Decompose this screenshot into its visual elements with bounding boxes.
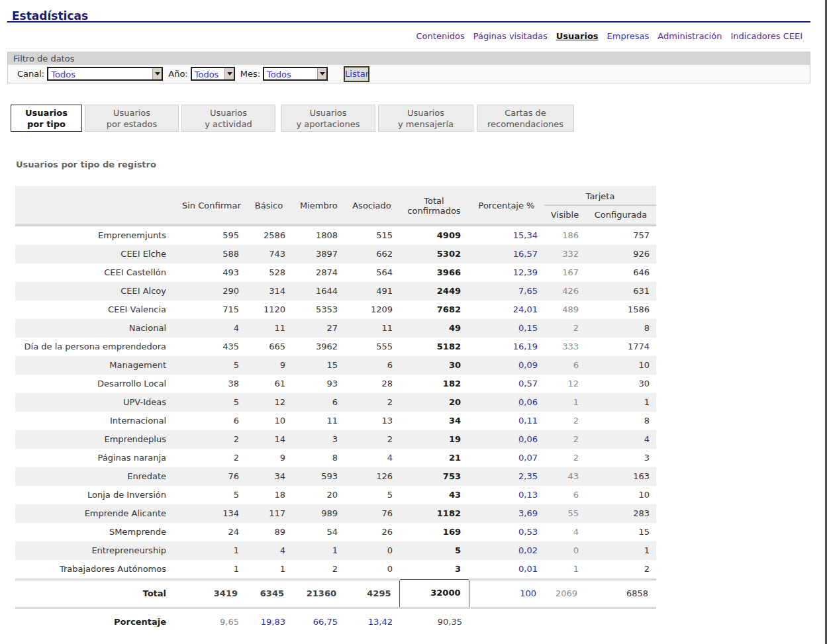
percent-cell	[469, 608, 544, 635]
tab-label-line: recomendaciones	[477, 118, 573, 130]
cell: 2	[544, 449, 585, 467]
cell: 2	[544, 430, 585, 449]
cell: 0,02	[469, 541, 544, 560]
cell: 7682	[399, 300, 469, 319]
col-header-5: Totalconfirmados	[399, 186, 469, 225]
tab-usuarios-y-aportaciones[interactable]: Usuariosy aportaciones	[281, 105, 375, 132]
cell: 5	[174, 486, 246, 504]
anio-select[interactable]: Todos	[191, 67, 235, 81]
tab-usuarios-y-mensajer-a[interactable]: Usuariosy mensajería	[378, 105, 473, 132]
row-label: Lonja de Inversión	[15, 486, 174, 504]
cell: 2	[344, 393, 399, 412]
nav-link-p-ginas-visitadas[interactable]: Páginas visitadas	[473, 31, 548, 41]
cell: 30	[399, 356, 469, 375]
cell: 15,34	[469, 225, 544, 245]
cell: 314	[246, 282, 292, 300]
col-header-tarjeta: Tarjeta	[544, 186, 656, 205]
cell: 743	[246, 245, 292, 263]
cell: 55	[544, 504, 585, 523]
table-row: Management59156300,09610	[15, 356, 656, 375]
cell: 12	[544, 375, 585, 393]
cell: 0	[544, 541, 585, 560]
cell: 0,13	[469, 486, 544, 504]
cell: 12	[246, 393, 292, 412]
cell: 34	[399, 412, 469, 430]
percent-cell	[585, 608, 656, 635]
table-row: Entrepreneurship141050,0201	[15, 541, 656, 560]
nav-link-indicadores-ceei[interactable]: Indicadores CEEI	[730, 31, 803, 41]
row-label: Entrepreneurship	[15, 541, 174, 560]
nav-link-contenidos[interactable]: Contenidos	[416, 31, 465, 41]
cell: 0,09	[469, 356, 544, 375]
cell: 126	[344, 467, 399, 486]
percent-cell: 13,42	[344, 608, 399, 635]
nav-link-usuarios[interactable]: Usuarios	[556, 31, 599, 41]
cell: 4	[246, 541, 292, 560]
page-title: Estadísticas	[7, 11, 810, 23]
cell: 89	[246, 523, 292, 541]
table-row: Enredate76345931267532,3543163	[15, 467, 656, 486]
section-title: Usuarios por tipo de registro	[16, 160, 810, 169]
cell: 2449	[399, 282, 469, 300]
cell: 435	[174, 338, 246, 356]
nav-link-administraci-n[interactable]: Administración	[657, 31, 722, 41]
cell: 2	[292, 560, 344, 580]
row-label: Desarrollo Local	[15, 375, 174, 393]
row-label: Páginas naranja	[15, 449, 174, 467]
tab-label-line: Usuarios	[11, 107, 81, 118]
table-row: CEEI Valencia715112053531209768224,01489…	[15, 300, 656, 319]
table-row: Lonja de Inversión518205430,13610	[15, 486, 656, 504]
cell: 489	[544, 300, 585, 319]
total-cell: 6345	[246, 579, 292, 608]
cell: 515	[344, 225, 399, 245]
percent-cell: 90,35	[399, 608, 469, 635]
canal-select-dropdown-icon[interactable]	[152, 68, 162, 79]
tab-cartas-de-recomendaciones[interactable]: Cartas derecomendaciones	[477, 105, 574, 132]
canal-select-value: Todos	[48, 68, 152, 79]
row-label: Día de la persona emprendedora	[15, 338, 174, 356]
row-label: UPV-Ideas	[15, 393, 174, 412]
cell: 19	[399, 430, 469, 449]
row-label: Trabajadores Autónomos	[15, 560, 174, 580]
table-row: Nacional4112711490,1528	[15, 319, 656, 338]
cell: 76	[344, 504, 399, 523]
canal-select[interactable]: Todos	[47, 67, 163, 81]
cell: 1	[174, 541, 246, 560]
cell: 2586	[246, 225, 292, 245]
cell: 14	[246, 430, 292, 449]
cell: 0,11	[469, 412, 544, 430]
cell: 283	[585, 504, 656, 523]
stats-table: Sin ConfirmarBásicoMiembroAsociadoTotalc…	[15, 186, 656, 635]
table-row: CEEI Alcoy290314164449124497,65426631	[15, 282, 656, 300]
tab-usuarios-por-estados[interactable]: Usuariospor estados	[85, 105, 179, 132]
tab-usuarios-y-actividad[interactable]: Usuariosy actividad	[181, 105, 275, 132]
listar-button[interactable]: Listar	[344, 66, 369, 82]
row-label: CEEI Elche	[15, 245, 174, 263]
cell: 163	[585, 467, 656, 486]
cell: 5302	[399, 245, 469, 263]
cell: 1	[246, 560, 292, 580]
percent-row: Porcentaje9,6519,8366,7513,4290,35	[15, 608, 656, 635]
cell: 0,57	[469, 375, 544, 393]
tab-label-line: por tipo	[11, 118, 81, 130]
row-label: Emprende Alicante	[15, 504, 174, 523]
cell: 631	[585, 282, 656, 300]
tab-label-line: Usuarios	[281, 107, 375, 118]
cell: 15	[292, 356, 344, 375]
tabs: Usuariospor tipoUsuariospor estadosUsuar…	[11, 105, 810, 132]
cell: 588	[174, 245, 246, 263]
cell: 332	[544, 245, 585, 263]
cell: 8	[585, 412, 656, 430]
cell: 76	[174, 467, 246, 486]
mes-select[interactable]: Todos	[263, 67, 328, 81]
anio-select-dropdown-icon[interactable]	[224, 68, 234, 79]
mes-select-dropdown-icon[interactable]	[317, 68, 326, 79]
cell: 16,19	[469, 338, 544, 356]
cell: 0,06	[469, 430, 544, 449]
nav-link-empresas[interactable]: Empresas	[607, 31, 650, 41]
cell: 715	[174, 300, 246, 319]
row-label: SMemprende	[15, 523, 174, 541]
cell: 1209	[344, 300, 399, 319]
table-row: Día de la persona emprendedora4356653962…	[15, 338, 656, 356]
tab-usuarios-por-tipo[interactable]: Usuariospor tipo	[11, 105, 82, 132]
